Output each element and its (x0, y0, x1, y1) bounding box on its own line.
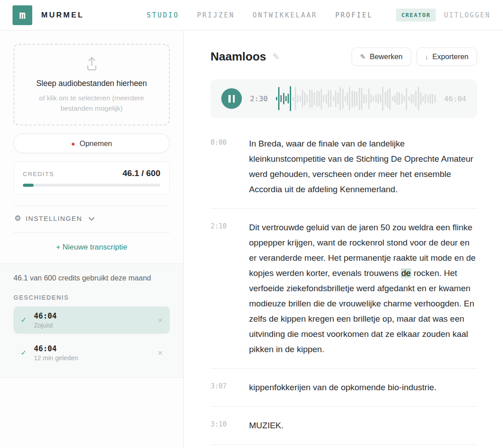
upload-icon (84, 56, 99, 73)
transcript-segment: 3:10 MUZIEK. (211, 407, 477, 445)
segment-timestamp[interactable]: 0:00 (211, 136, 249, 197)
waveform-bar (321, 89, 322, 109)
history-item[interactable]: ✓ 46:04 Zojuist × (13, 306, 170, 334)
waveform-bar (295, 87, 296, 110)
waveform-bar (422, 96, 424, 102)
delete-history-icon[interactable]: × (158, 348, 163, 358)
history-item[interactable]: ✓ 46:04 12 min geleden × (13, 339, 170, 366)
waveform-bar (370, 95, 372, 103)
sidebar: Sleep audiobestanden hierheen of klik om… (0, 30, 184, 448)
gear-icon: ⚙ (14, 214, 21, 223)
brand-name: MURMEL (41, 11, 84, 20)
nav-studio[interactable]: STUDIO (147, 11, 179, 19)
segment-text[interactable]: Dit vertrouwde geluid van de jaren 50 zo… (249, 220, 477, 357)
waveform-bar (378, 93, 379, 104)
segment-timestamp[interactable]: 2:10 (211, 220, 249, 357)
new-transcription-button[interactable]: + Nieuwe transcriptie (13, 233, 170, 263)
current-time: 2:30 (250, 95, 268, 103)
waveform-bar (344, 96, 346, 101)
transcript-segment: 2:10 Dit vertrouwde geluid van de jaren … (211, 209, 477, 369)
waveform-bar (326, 94, 327, 103)
murmel-logo-icon[interactable]: m (13, 5, 32, 25)
highlighted-word[interactable]: de (401, 268, 411, 278)
segment-timestamp[interactable]: 3:10 (211, 418, 249, 433)
history-time-ago: Zojuist (34, 322, 56, 329)
waveform-bar (373, 96, 374, 101)
delete-history-icon[interactable]: × (158, 315, 163, 325)
transcription-title: Naamloos (211, 50, 266, 64)
main-nav: STUDIO PRIJZEN ONTWIKKELAAR PROFIEL (147, 11, 373, 19)
waveform[interactable] (276, 85, 436, 112)
segment-text[interactable]: In Breda, waar de finale van de landelij… (249, 136, 477, 197)
waveform-bar (354, 91, 355, 107)
export-button[interactable]: ↓ Exporteren (417, 47, 477, 66)
download-icon: ↓ (425, 53, 429, 60)
waveform-bar (415, 90, 417, 107)
transcript-segment: 3:26 De TBC of tuberculose was geen echt… (211, 445, 477, 448)
transcript: 0:00 In Breda, waar de finale van de lan… (211, 125, 477, 448)
nav-profiel[interactable]: PROFIEL (335, 11, 373, 19)
waveform-bar (323, 95, 324, 102)
waveform-bar (290, 86, 291, 111)
waveform-bar (389, 88, 391, 110)
logo-letter: m (19, 9, 26, 22)
waveform-bar (335, 90, 336, 107)
settings-label: INSTELLINGEN (26, 215, 82, 222)
waveform-bar (363, 94, 365, 103)
nav-ontwikkelaar[interactable]: ONTWIKKELAAR (253, 11, 317, 19)
waveform-bar (385, 92, 386, 105)
waveform-bar (311, 90, 313, 108)
audio-dropzone[interactable]: Sleep audiobestanden hierheen of klik om… (13, 44, 170, 125)
segment-text[interactable]: MUZIEK. (249, 418, 284, 433)
usage-section: 46.1 van 600 credits gebruikt deze maand… (0, 263, 183, 378)
waveform-bar (365, 95, 367, 103)
pause-button[interactable] (221, 88, 242, 109)
waveform-bar (328, 90, 329, 108)
waveform-bar (302, 90, 303, 108)
waveform-bar (427, 95, 429, 103)
export-button-label: Exporteren (432, 52, 469, 61)
settings-toggle[interactable]: ⚙ INSTELLINGEN (13, 206, 170, 231)
logout-button[interactable]: UITLOGGEN (444, 11, 490, 19)
credits-progress-fill (23, 184, 34, 187)
segment-timestamp[interactable]: 3:07 (211, 380, 249, 395)
dropzone-title: Sleep audiobestanden hierheen (36, 79, 147, 88)
waveform-bar (411, 94, 412, 103)
audio-player: 2:30 46:04 (211, 79, 477, 118)
credits-progressbar (23, 184, 160, 187)
edit-button-label: Bewerken (370, 52, 402, 61)
history-duration: 46:04 (34, 344, 78, 353)
waveform-bar (408, 96, 410, 101)
edit-button[interactable]: ✎ Bewerken (352, 47, 411, 66)
waveform-bar (425, 94, 426, 104)
top-navbar: m MURMEL STUDIO PRIJZEN ONTWIKKELAAR PRO… (0, 0, 503, 30)
waveform-bar (392, 96, 393, 101)
nav-prijzen[interactable]: PRIJZEN (197, 11, 235, 19)
waveform-bar (420, 92, 421, 105)
waveform-bar (337, 93, 339, 104)
waveform-bar (342, 89, 344, 109)
waveform-bar (404, 95, 405, 102)
waveform-bar (347, 92, 348, 105)
waveform-bar (278, 87, 279, 110)
waveform-bar (314, 92, 315, 105)
waveform-bar (434, 95, 436, 103)
plan-badge: CREATOR (396, 9, 436, 22)
waveform-bar (413, 94, 414, 103)
waveform-bar (401, 94, 403, 104)
segment-text[interactable]: kippenfokkerijen van de opkomende bio-in… (249, 380, 436, 395)
check-icon: ✓ (21, 316, 26, 324)
waveform-bar (361, 87, 362, 110)
waveform-bar (318, 91, 320, 106)
history-title: GESCHIEDENIS (13, 294, 170, 301)
check-icon: ✓ (21, 349, 26, 357)
chevron-down-icon (89, 215, 95, 223)
waveform-bar (349, 87, 350, 110)
waveform-bar (359, 87, 360, 110)
waveform-bar (394, 95, 396, 103)
waveform-bar (340, 87, 341, 110)
credits-usage-text: 46.1 van 600 credits gebruikt deze maand (13, 274, 170, 282)
waveform-bar (285, 96, 287, 101)
edit-title-icon[interactable]: ✎ (272, 52, 279, 62)
record-button[interactable]: ● Opnemen (13, 134, 170, 153)
